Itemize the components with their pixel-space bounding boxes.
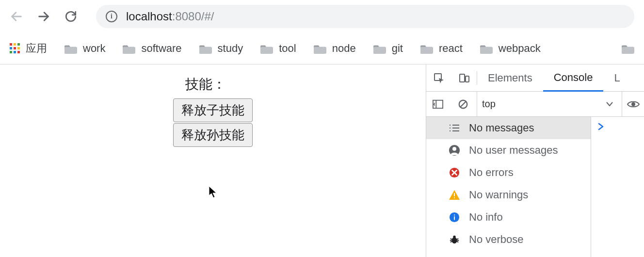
sidebar-item-user-messages[interactable]: No user messages xyxy=(426,139,591,161)
content-area: 技能： 释放子技能 释放孙技能 Elements Console L xyxy=(0,64,644,257)
svg-line-17 xyxy=(461,101,466,107)
folder-icon[interactable] xyxy=(622,44,634,53)
tab-extra[interactable]: L xyxy=(603,64,620,91)
prompt-caret-icon xyxy=(598,123,644,130)
tab-console[interactable]: Console xyxy=(543,65,604,92)
toggle-sidebar-icon[interactable] xyxy=(426,99,450,109)
user-icon xyxy=(448,145,461,156)
svg-point-26 xyxy=(452,147,456,151)
bookmark-label: node xyxy=(332,42,356,55)
devtools-tabs-row: Elements Console L xyxy=(426,64,644,92)
tab-elements[interactable]: Elements xyxy=(477,64,543,91)
chevron-down-icon xyxy=(606,102,613,107)
folder-icon xyxy=(260,44,273,53)
console-filter-row: top xyxy=(426,92,644,117)
browser-nav-bar: i localhost:8080/#/ xyxy=(0,0,644,32)
url-text: localhost:8080/#/ xyxy=(126,10,214,23)
svg-rect-4 xyxy=(199,47,212,53)
page-content: 技能： 释放子技能 释放孙技能 xyxy=(0,64,426,257)
svg-point-34 xyxy=(453,236,456,239)
forward-icon[interactable] xyxy=(37,10,50,23)
release-child-skill-button[interactable]: 释放子技能 xyxy=(173,98,253,122)
folder-icon xyxy=(123,44,135,53)
svg-rect-29 xyxy=(454,197,455,198)
bookmark-label: study xyxy=(218,42,243,55)
svg-line-36 xyxy=(457,239,459,240)
svg-rect-31 xyxy=(454,216,455,220)
sidebar-label: No verbose xyxy=(469,233,524,246)
folder-icon xyxy=(480,44,493,53)
sidebar-item-messages[interactable]: No messages xyxy=(426,117,591,139)
svg-rect-7 xyxy=(373,47,386,53)
bookmark-folder-git[interactable]: git xyxy=(373,42,403,55)
folder-icon xyxy=(64,44,77,53)
svg-rect-2 xyxy=(64,47,77,53)
devtools-panel: Elements Console L top xyxy=(426,64,644,257)
bug-icon xyxy=(448,234,461,245)
svg-rect-32 xyxy=(454,215,455,216)
sidebar-label: No errors xyxy=(469,166,514,179)
bookmark-folder-react[interactable]: react xyxy=(420,42,463,55)
bookmark-label: react xyxy=(439,42,463,55)
sidebar-item-warnings[interactable]: No warnings xyxy=(426,184,591,206)
context-label: top xyxy=(482,98,496,110)
folder-icon xyxy=(199,44,212,53)
svg-rect-6 xyxy=(314,47,326,53)
context-dropdown[interactable]: top xyxy=(477,92,620,116)
apps-button[interactable]: 应用 xyxy=(10,41,47,56)
svg-rect-3 xyxy=(123,47,135,53)
skill-title: 技能： xyxy=(185,75,226,94)
svg-point-33 xyxy=(452,237,457,243)
bookmark-folder-tool[interactable]: tool xyxy=(260,42,296,55)
bookmark-folder-study[interactable]: study xyxy=(199,42,243,55)
console-body: No messages No user messages No errors xyxy=(426,117,644,257)
bookmark-folder-webpack[interactable]: webpack xyxy=(480,42,541,55)
svg-rect-14 xyxy=(433,100,443,108)
svg-rect-13 xyxy=(466,76,469,82)
inspect-element-icon[interactable] xyxy=(426,64,451,91)
svg-rect-28 xyxy=(454,193,455,196)
svg-rect-9 xyxy=(480,47,493,53)
folder-icon xyxy=(373,44,386,53)
reload-icon[interactable] xyxy=(64,10,78,23)
bookmark-label: git xyxy=(392,42,403,55)
bookmark-folder-node[interactable]: node xyxy=(314,42,356,55)
bookmark-folder-software[interactable]: software xyxy=(123,42,181,55)
svg-rect-10 xyxy=(622,47,634,53)
console-output-area[interactable] xyxy=(591,117,644,257)
back-icon[interactable] xyxy=(10,10,23,23)
sidebar-label: No messages xyxy=(469,122,534,134)
warning-icon xyxy=(448,189,461,201)
sidebar-item-verbose[interactable]: No verbose xyxy=(426,228,591,251)
svg-rect-12 xyxy=(460,74,465,82)
console-sidebar: No messages No user messages No errors xyxy=(426,117,591,257)
device-toggle-icon[interactable] xyxy=(451,64,477,91)
bookmark-label: software xyxy=(141,42,181,55)
sidebar-item-errors[interactable]: No errors xyxy=(426,161,591,184)
bookmarks-bar: 应用 work software study tool node git xyxy=(0,32,644,64)
folder-icon xyxy=(314,44,326,53)
apps-label: 应用 xyxy=(26,41,47,56)
sidebar-label: No info xyxy=(469,211,503,224)
info-circle-icon xyxy=(448,211,461,223)
sidebar-label: No warnings xyxy=(469,189,528,201)
sidebar-label: No user messages xyxy=(469,144,558,157)
cursor-icon xyxy=(209,186,217,198)
svg-line-38 xyxy=(457,241,459,242)
svg-rect-8 xyxy=(420,47,433,53)
address-bar[interactable]: i localhost:8080/#/ xyxy=(96,5,634,28)
bookmark-label: tool xyxy=(279,42,296,55)
error-icon xyxy=(448,167,461,178)
svg-rect-5 xyxy=(260,47,273,53)
list-icon xyxy=(448,122,461,134)
clear-console-icon[interactable] xyxy=(451,99,475,110)
svg-line-37 xyxy=(451,241,452,242)
apps-grid-icon xyxy=(10,43,20,53)
bookmark-folder-work[interactable]: work xyxy=(64,42,105,55)
site-info-icon[interactable]: i xyxy=(106,11,117,22)
sidebar-item-info[interactable]: No info xyxy=(426,206,591,228)
live-expression-icon[interactable] xyxy=(622,92,644,116)
release-grandchild-skill-button[interactable]: 释放孙技能 xyxy=(173,123,253,147)
svg-point-18 xyxy=(632,103,635,106)
folder-icon xyxy=(420,44,433,53)
